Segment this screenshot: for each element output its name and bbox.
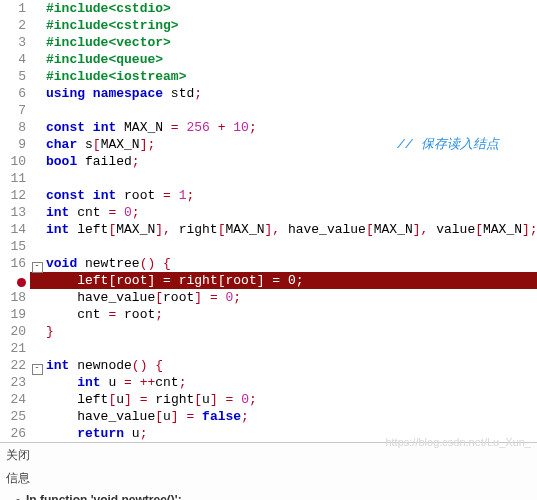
line-number: 15 [0, 238, 30, 255]
code-line[interactable]: 2#include<cstring> [0, 17, 537, 34]
code-line[interactable]: 11 [0, 170, 537, 187]
fold-gutter[interactable]: - [30, 357, 44, 374]
code-line[interactable]: 7 [0, 102, 537, 119]
line-number: 12 [0, 187, 30, 204]
line-number: 14 [0, 221, 30, 238]
code-editor[interactable]: 1#include<cstdio>2#include<cstring>3#inc… [0, 0, 537, 442]
code-line[interactable]: 25 have_value[u] = false; [0, 408, 537, 425]
line-number: 1 [0, 0, 30, 17]
code-content[interactable]: int u = ++cnt; [44, 374, 537, 391]
code-content[interactable]: using namespace std; [44, 85, 537, 102]
line-number: 4 [0, 51, 30, 68]
code-content[interactable]: const int root = 1; [44, 187, 537, 204]
code-content[interactable]: int left[MAX_N], right[MAX_N], have_valu… [44, 221, 537, 238]
line-number: 16 [0, 255, 30, 272]
panel-close-label[interactable]: 关闭 [6, 447, 531, 464]
line-number: 9 [0, 136, 30, 153]
line-number [0, 272, 30, 289]
code-line[interactable]: 18 have_value[root] = 0; [0, 289, 537, 306]
code-line[interactable]: 12const int root = 1; [0, 187, 537, 204]
line-number: 13 [0, 204, 30, 221]
code-line[interactable]: 14int left[MAX_N], right[MAX_N], have_va… [0, 221, 537, 238]
code-line[interactable]: left[root] = right[root] = 0; [0, 272, 537, 289]
code-line[interactable]: 24 left[u] = right[u] = 0; [0, 391, 537, 408]
code-content[interactable]: cnt = root; [44, 306, 537, 323]
code-content[interactable]: have_value[root] = 0; [44, 289, 537, 306]
code-line[interactable]: 19 cnt = root; [0, 306, 537, 323]
code-line[interactable]: 21 [0, 340, 537, 357]
code-content[interactable]: #include<cstdio> [44, 0, 537, 17]
code-content[interactable]: left[root] = right[root] = 0; [44, 272, 537, 289]
line-number: 6 [0, 85, 30, 102]
code-content[interactable]: #include<vector> [44, 34, 537, 51]
code-line[interactable]: 26 return u; [0, 425, 537, 442]
code-content[interactable]: char s[MAX_N]; // 保存读入结点 [44, 136, 537, 153]
fold-toggle-icon[interactable]: - [32, 262, 43, 273]
code-line[interactable]: 20} [0, 323, 537, 340]
code-content[interactable]: void newtree() { [44, 255, 537, 272]
fold-gutter[interactable]: - [30, 255, 44, 272]
code-line[interactable]: 3#include<vector> [0, 34, 537, 51]
messages-panel: 关闭 信息 In function 'void newtree()': [Err… [0, 442, 537, 500]
line-number: 21 [0, 340, 30, 357]
line-number: 24 [0, 391, 30, 408]
line-number: 26 [0, 425, 30, 442]
code-line[interactable]: 13int cnt = 0; [0, 204, 537, 221]
breakpoint-icon[interactable] [17, 278, 26, 287]
line-number: 20 [0, 323, 30, 340]
code-content[interactable]: return u; [44, 425, 537, 442]
code-content[interactable]: left[u] = right[u] = 0; [44, 391, 537, 408]
line-number: 3 [0, 34, 30, 51]
code-line[interactable]: 8const int MAX_N = 256 + 10; [0, 119, 537, 136]
line-number: 23 [0, 374, 30, 391]
code-content[interactable]: int newnode() { [44, 357, 537, 374]
code-content[interactable]: int cnt = 0; [44, 204, 537, 221]
code-content[interactable]: #include<queue> [44, 51, 537, 68]
code-content[interactable]: bool failed; [44, 153, 537, 170]
line-number: 5 [0, 68, 30, 85]
line-number: 7 [0, 102, 30, 119]
code-line[interactable]: 4#include<queue> [0, 51, 537, 68]
line-number: 10 [0, 153, 30, 170]
compiler-message: In function 'void newtree()': [16, 493, 531, 500]
code-line[interactable]: 22-int newnode() { [0, 357, 537, 374]
code-line[interactable]: 6using namespace std; [0, 85, 537, 102]
code-line[interactable]: 16-void newtree() { [0, 255, 537, 272]
code-line[interactable]: 23 int u = ++cnt; [0, 374, 537, 391]
line-number: 19 [0, 306, 30, 323]
code-line[interactable]: 10bool failed; [0, 153, 537, 170]
panel-info-label: 信息 [6, 470, 531, 487]
line-number: 25 [0, 408, 30, 425]
code-content[interactable]: #include<iostream> [44, 68, 537, 85]
code-line[interactable]: 5#include<iostream> [0, 68, 537, 85]
line-number: 22 [0, 357, 30, 374]
code-content[interactable]: const int MAX_N = 256 + 10; [44, 119, 537, 136]
line-number: 2 [0, 17, 30, 34]
code-content[interactable]: #include<cstring> [44, 17, 537, 34]
code-content[interactable]: have_value[u] = false; [44, 408, 537, 425]
line-number: 11 [0, 170, 30, 187]
fold-toggle-icon[interactable]: - [32, 364, 43, 375]
line-number: 18 [0, 289, 30, 306]
code-line[interactable]: 9char s[MAX_N]; // 保存读入结点 [0, 136, 537, 153]
code-line[interactable]: 15 [0, 238, 537, 255]
code-content[interactable]: } [44, 323, 537, 340]
code-line[interactable]: 1#include<cstdio> [0, 0, 537, 17]
line-number: 8 [0, 119, 30, 136]
